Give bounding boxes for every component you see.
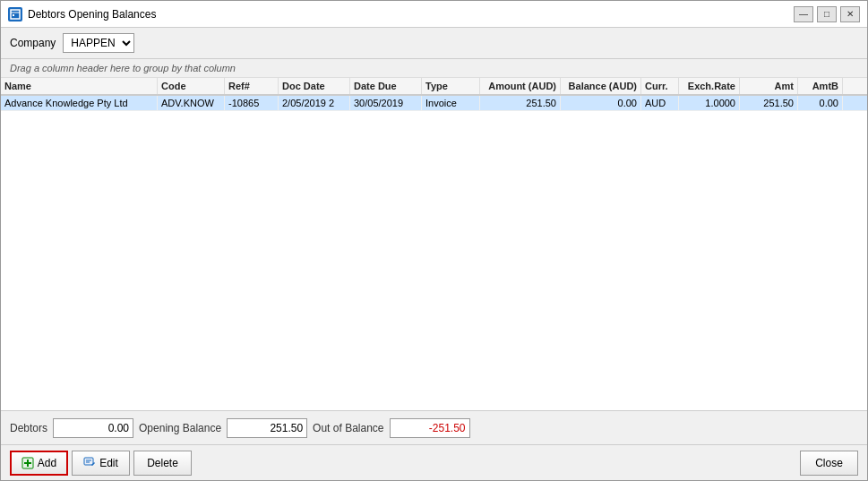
col-header-duedate[interactable]: Date Due (350, 78, 422, 94)
close-button[interactable]: Close (800, 451, 858, 476)
table-body: Advance Knowledge Pty Ltd ADV.KNOW -1086… (1, 96, 867, 410)
cell-name: Advance Knowledge Pty Ltd (1, 96, 158, 110)
col-header-exch[interactable]: Exch.Rate (679, 78, 740, 94)
col-header-ref[interactable]: Ref# (225, 78, 279, 94)
footer-totals: Debtors Opening Balance Out of Balance (1, 410, 867, 444)
col-header-amount[interactable]: Amount (AUD) (480, 78, 561, 94)
col-header-name[interactable]: Name (1, 78, 158, 94)
table-header: Name Code Ref# Doc Date Date Due Type Am… (1, 78, 867, 96)
col-header-amtb[interactable]: AmtB (798, 78, 843, 94)
delete-button[interactable]: Delete (133, 451, 192, 476)
out-of-balance-value[interactable] (390, 418, 470, 438)
add-button[interactable]: Add (10, 451, 68, 476)
opening-balance-label: Opening Balance (139, 422, 221, 434)
debtors-label: Debtors (10, 422, 47, 434)
col-header-type[interactable]: Type (422, 78, 480, 94)
cell-docdate: 2/05/2019 2 (279, 96, 350, 110)
close-window-button[interactable]: ✕ (840, 6, 860, 22)
edit-icon (83, 457, 96, 469)
svg-rect-0 (11, 10, 20, 19)
table-row[interactable]: Advance Knowledge Pty Ltd ADV.KNOW -1086… (1, 96, 867, 111)
close-label: Close (815, 457, 843, 469)
cell-duedate: 30/05/2019 (350, 96, 422, 110)
cell-curr: AUD (641, 96, 679, 110)
edit-label: Edit (99, 457, 118, 469)
cell-type: Invoice (422, 96, 480, 110)
app-icon (8, 7, 22, 21)
cell-balance: 0.00 (561, 96, 641, 110)
maximize-button[interactable]: □ (817, 6, 837, 22)
cell-ref: -10865 (225, 96, 279, 110)
window-controls: — □ ✕ (794, 6, 860, 22)
action-bar: Add Edit Delete Close (1, 444, 867, 480)
col-header-code[interactable]: Code (158, 78, 225, 94)
opening-balance-value[interactable] (227, 418, 307, 438)
col-header-amt[interactable]: Amt (740, 78, 798, 94)
cell-amtb: 0.00 (798, 96, 843, 110)
add-label: Add (38, 457, 56, 469)
out-of-balance-label: Out of Balance (313, 422, 383, 434)
col-header-docdate[interactable]: Doc Date (279, 78, 350, 94)
cell-amt: 251.50 (740, 96, 798, 110)
col-header-balance[interactable]: Balance (AUD) (561, 78, 641, 94)
add-icon (21, 457, 34, 469)
toolbar: Company HAPPEN (1, 28, 867, 59)
main-window: Debtors Opening Balances — □ ✕ Company H… (0, 0, 868, 481)
minimize-button[interactable]: — (794, 6, 813, 22)
title-bar: Debtors Opening Balances — □ ✕ (1, 1, 867, 28)
company-select[interactable]: HAPPEN (63, 33, 134, 53)
debtors-value[interactable] (53, 418, 133, 438)
edit-button[interactable]: Edit (72, 451, 130, 476)
cell-amount: 251.50 (480, 96, 561, 110)
window-title: Debtors Opening Balances (28, 8, 794, 21)
col-header-curr[interactable]: Curr. (641, 78, 679, 94)
delete-label: Delete (147, 457, 178, 469)
company-label: Company (10, 37, 56, 49)
svg-rect-6 (84, 458, 93, 465)
drag-hint: Drag a column header here to group by th… (1, 59, 867, 78)
svg-rect-2 (13, 14, 14, 16)
cell-code: ADV.KNOW (158, 96, 225, 110)
cell-exch: 1.0000 (679, 96, 740, 110)
table-area: Name Code Ref# Doc Date Date Due Type Am… (1, 78, 867, 410)
